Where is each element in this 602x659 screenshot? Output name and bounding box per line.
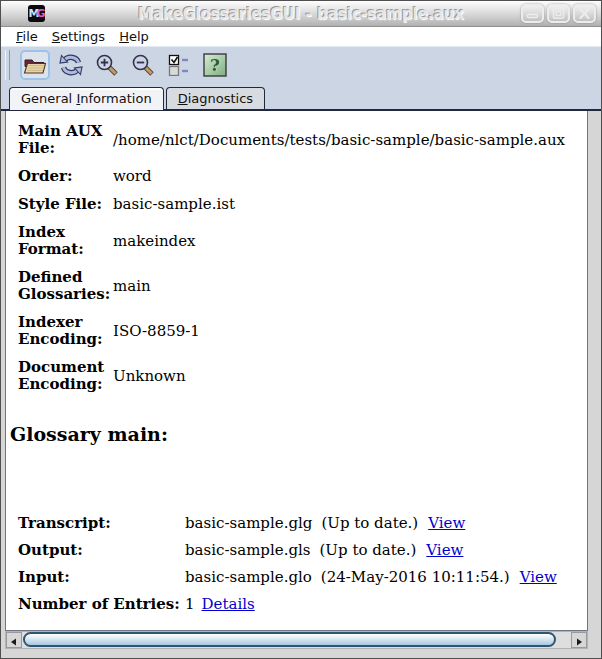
field-label: Transcript: [18, 515, 185, 532]
open-file-button[interactable] [20, 50, 50, 80]
minimize-icon [526, 8, 539, 19]
view-output-link[interactable]: View [426, 542, 463, 559]
titlebar[interactable]: M G MakeGlossariesGUI - basic-sample.aux [1, 1, 601, 27]
field-indexer-encoding: Indexer Encoding: ISO-8859-1 [18, 314, 581, 348]
file-name: basic-sample.gls [185, 542, 311, 559]
scrollbar-track[interactable] [22, 632, 571, 648]
scroll-right-button[interactable] [571, 632, 587, 648]
field-label: Style File: [18, 196, 113, 213]
zoom-out-icon [131, 53, 155, 77]
field-value: word [113, 168, 581, 185]
zoom-in-icon [95, 53, 119, 77]
general-information-panel: Main AUX File: /home/nlct/Documents/test… [5, 111, 588, 631]
reload-button[interactable] [56, 50, 86, 80]
menubar: File Settings Help [1, 27, 601, 46]
view-input-link[interactable]: View [520, 569, 557, 586]
svg-text:?: ? [210, 55, 220, 75]
field-label: Input: [18, 569, 185, 586]
field-label: Defined Glossaries: [18, 269, 113, 303]
checklist-icon [168, 54, 190, 76]
field-value: ISO-8859-1 [113, 323, 581, 340]
maximize-button[interactable] [547, 4, 570, 23]
field-label: Document Encoding: [18, 359, 113, 393]
zoom-in-button[interactable] [92, 50, 122, 80]
window-bottom-frame [1, 649, 601, 658]
glossary-heading: Glossary main: [10, 423, 581, 445]
file-name: basic-sample.glo [185, 569, 312, 586]
field-value: makeindex [113, 233, 581, 250]
field-style-file: Style File: basic-sample.ist [18, 196, 581, 213]
details-link[interactable]: Details [202, 596, 255, 613]
field-order: Order: word [18, 168, 581, 185]
app-icon: M G [28, 5, 45, 22]
file-status: (Up to date.) [321, 515, 418, 532]
field-defined-glossaries: Defined Glossaries: main [18, 269, 581, 303]
close-button[interactable] [573, 4, 596, 23]
field-document-encoding: Document Encoding: Unknown [18, 359, 581, 393]
reload-icon [58, 53, 84, 77]
glossary-row-input: Input: basic-sample.glo (24-May-2016 10:… [18, 569, 581, 586]
minimize-button[interactable] [521, 4, 544, 23]
field-label: Output: [18, 542, 185, 559]
menu-file[interactable]: File [9, 28, 45, 45]
app-window: M G MakeGlossariesGUI - basic-sample.aux [0, 0, 602, 659]
field-label: Order: [18, 168, 113, 185]
arrow-right-icon [575, 631, 583, 650]
field-value: Unknown [113, 368, 581, 385]
field-label: Index Format: [18, 224, 113, 258]
toolbar: ? ? [1, 46, 601, 82]
arrow-left-icon [10, 631, 18, 650]
maximize-icon [552, 8, 565, 19]
glossary-row-output: Output: basic-sample.gls (Up to date.) V… [18, 542, 581, 559]
field-main-aux-file: Main AUX File: /home/nlct/Documents/test… [18, 123, 581, 157]
field-value: basic-sample.ist [113, 196, 581, 213]
menu-help[interactable]: Help [112, 28, 156, 45]
file-name: basic-sample.glg [185, 515, 312, 532]
close-icon [578, 8, 591, 19]
field-label: Main AUX File: [18, 123, 113, 157]
main-area: Main AUX File: /home/nlct/Documents/test… [1, 111, 601, 631]
menu-settings[interactable]: Settings [45, 28, 112, 45]
field-label: Number of Entries: [18, 596, 185, 613]
horizontal-scrollbar[interactable] [5, 631, 588, 649]
toolbar-drag-handle[interactable] [5, 50, 10, 80]
tab-general-information[interactable]: General Information [9, 87, 164, 110]
folder-open-icon [23, 55, 47, 75]
tab-diagnostics[interactable]: Diagnostics [166, 87, 265, 109]
view-transcript-link[interactable]: View [428, 515, 465, 532]
window-title: MakeGlossariesGUI - basic-sample.aux [1, 5, 601, 23]
file-status: (Up to date.) [320, 542, 417, 559]
field-value: main [113, 278, 581, 295]
app-icon-letter-g: G [36, 8, 42, 19]
field-label: Indexer Encoding: [18, 314, 113, 348]
zoom-out-button[interactable] [128, 50, 158, 80]
scroll-left-button[interactable] [6, 632, 22, 648]
properties-button[interactable] [164, 50, 194, 80]
help-button[interactable]: ? ? [200, 50, 230, 80]
field-index-format: Index Format: makeindex [18, 224, 581, 258]
file-status: (24-May-2016 10:11:54.) [321, 569, 510, 586]
entries-count: 1 [185, 596, 195, 613]
help-icon: ? ? [203, 53, 227, 77]
glossary-rows: Transcript: basic-sample.glg (Up to date… [18, 515, 581, 613]
field-value: /home/nlct/Documents/tests/basic-sample/… [113, 132, 581, 149]
scrollbar-thumb[interactable] [23, 632, 556, 647]
glossary-row-entries: Number of Entries: 1 Details [18, 596, 581, 613]
app-icon-letter-m: M [29, 8, 37, 19]
glossary-row-transcript: Transcript: basic-sample.glg (Up to date… [18, 515, 581, 532]
tabstrip: General Information Diagnostics [1, 82, 601, 111]
